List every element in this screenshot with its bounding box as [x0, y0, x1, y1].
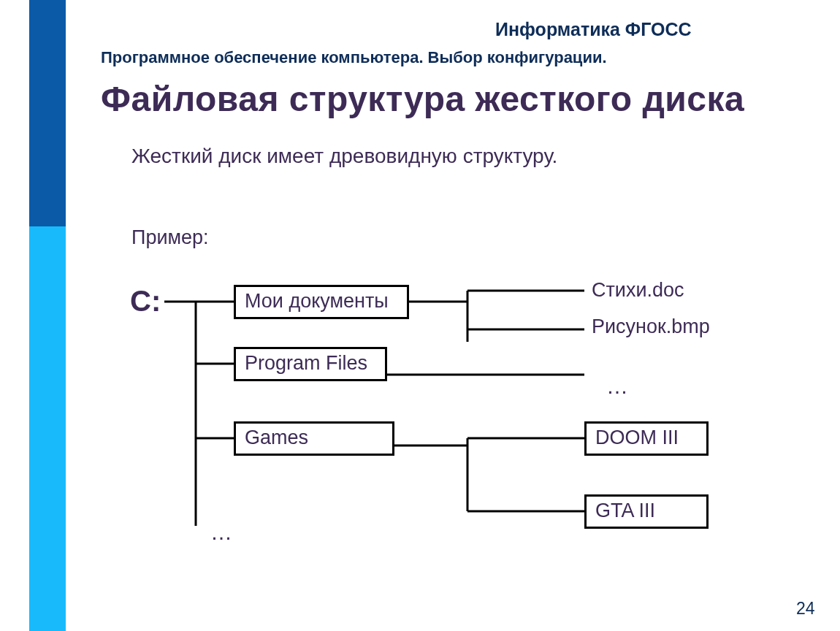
folder-doom: DOOM III — [584, 421, 709, 456]
drive-root: C: — [130, 285, 161, 318]
root-more: … — [210, 520, 232, 545]
file-bmp: Рисунок.bmp — [592, 316, 710, 338]
program-files-more: … — [606, 374, 628, 399]
folder-games: Games — [234, 421, 394, 456]
folder-gta: GTA III — [584, 494, 709, 529]
folder-program-files: Program Files — [234, 347, 387, 381]
folder-my-documents: Мои документы — [234, 285, 409, 319]
page-number: 24 — [796, 599, 815, 619]
file-doc: Стихи.doc — [592, 279, 684, 302]
